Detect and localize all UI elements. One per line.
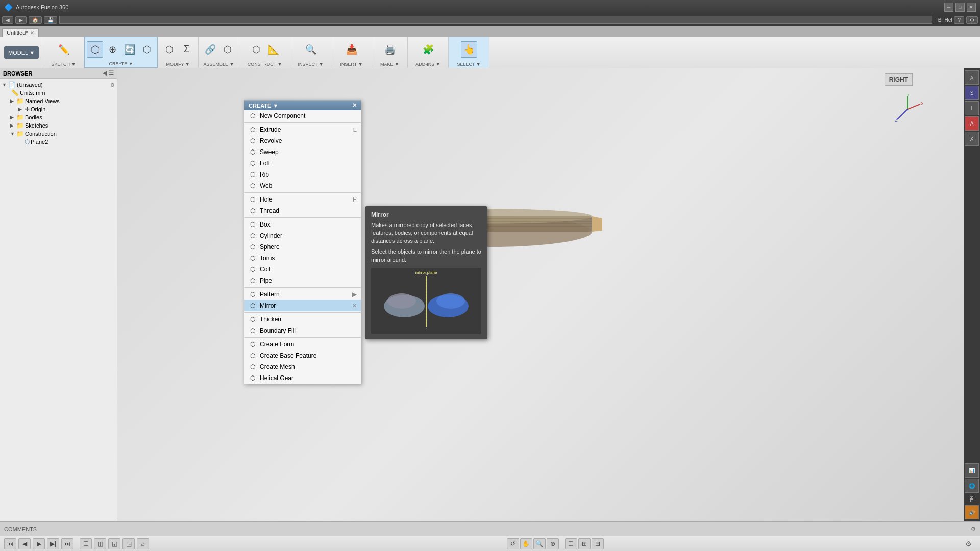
tree-arrow-construction[interactable]: ▼ <box>10 131 15 136</box>
assemble-btn2[interactable]: ⬡ <box>219 41 236 58</box>
mirror-close-icon[interactable]: ✕ <box>352 303 357 309</box>
menu-item-pattern[interactable]: ⬡ Pattern ▶ <box>244 289 361 300</box>
tree-item-plane2[interactable]: ⬡ Plane2 <box>0 138 117 146</box>
toolbar-group-inspect[interactable]: 🔍 INSPECT ▼ <box>290 37 331 68</box>
create-button[interactable]: ⬡ <box>87 41 103 58</box>
menu-item-thread[interactable]: ⬡ Thread <box>244 205 361 216</box>
tree-item-sketches[interactable]: ▶ 📁 Sketches <box>0 121 117 130</box>
tree-item-units[interactable]: 📏 Units: mm <box>0 89 117 97</box>
nav-search-input[interactable] <box>59 16 932 24</box>
gear-settings-btn[interactable]: ⚙ <box>961 540 976 548</box>
toolbar-group-construct[interactable]: ⬡ 📐 CONSTRUCT ▼ <box>239 37 290 68</box>
minimize-button[interactable]: ─ <box>944 3 953 12</box>
construct-btn2[interactable]: 📐 <box>265 41 282 58</box>
menu-item-mirror[interactable]: ⬡ Mirror ✕ <box>244 300 361 311</box>
nav-settings[interactable]: ⚙ <box>966 16 978 24</box>
menu-item-pipe[interactable]: ⬡ Pipe <box>244 275 361 286</box>
model-mode-button[interactable]: MODEL ▼ <box>4 46 39 59</box>
playback-play-btn[interactable]: ▶ <box>33 538 45 549</box>
inspect-btn[interactable]: 🔍 <box>303 41 319 58</box>
right-app-btn-7[interactable]: 🌐 <box>965 479 979 493</box>
menu-item-rib[interactable]: ⬡ Rib <box>244 169 361 180</box>
vc-display-btn1[interactable]: ☐ <box>565 538 577 549</box>
right-app-btn-6[interactable]: 📊 <box>965 463 979 478</box>
select-btn[interactable]: 👆 <box>461 41 477 58</box>
vc-display-btn2[interactable]: ⊞ <box>578 538 591 549</box>
sketch-button[interactable]: ✏️ <box>56 41 72 58</box>
menu-item-sphere[interactable]: ⬡ Sphere <box>244 241 361 253</box>
view-btn-5[interactable]: ⌂ <box>137 538 149 549</box>
tab-untitled[interactable]: Untitled* ✕ <box>2 28 39 37</box>
create-btn4[interactable]: ⬡ <box>139 41 155 58</box>
insert-btn[interactable]: 📥 <box>344 41 360 58</box>
menu-item-hole[interactable]: ⬡ Hole H <box>244 194 361 205</box>
right-app-btn-1[interactable]: A <box>965 70 979 85</box>
tree-arrow-origin[interactable]: ▶ <box>18 107 23 112</box>
toolbar-group-select[interactable]: 👆 SELECT ▼ <box>449 37 489 68</box>
vc-pan-btn[interactable]: ✋ <box>520 538 532 549</box>
nav-save[interactable]: 💾 <box>44 16 57 24</box>
menu-item-create-base[interactable]: ⬡ Create Base Feature <box>244 350 361 361</box>
menu-item-loft[interactable]: ⬡ Loft <box>244 158 361 169</box>
menu-item-helical-gear[interactable]: ⬡ Helical Gear <box>244 372 361 384</box>
toolbar-group-make[interactable]: 🖨️ MAKE ▼ <box>372 37 408 68</box>
menu-item-box[interactable]: ⬡ Box <box>244 219 361 230</box>
create-btn3[interactable]: 🔄 <box>121 41 138 58</box>
menu-item-boundary-fill[interactable]: ⬡ Boundary Fill <box>244 325 361 336</box>
browser-header-icons[interactable]: ◀ ☰ <box>103 70 114 77</box>
toolbar-group-sketch[interactable]: ✏️ SKETCH ▼ <box>43 37 84 68</box>
right-app-btn-3[interactable]: I <box>965 101 979 115</box>
menu-item-create-form[interactable]: ⬡ Create Form <box>244 339 361 350</box>
vc-fit-btn[interactable]: ⊕ <box>547 538 559 549</box>
modify-btn1[interactable]: ⬡ <box>161 41 178 58</box>
menu-item-cylinder[interactable]: ⬡ Cylinder <box>244 230 361 241</box>
tree-arrow-bodies[interactable]: ▶ <box>10 115 15 120</box>
make-btn[interactable]: 🖨️ <box>382 41 398 58</box>
right-app-btn-8[interactable]: 🔊 <box>965 505 979 519</box>
playback-prev-btn[interactable]: ◀ <box>18 538 31 549</box>
playback-next-btn[interactable]: ▶| <box>47 538 59 549</box>
tree-item-construction[interactable]: ▼ 📁 Construction <box>0 130 117 138</box>
menu-item-create-mesh[interactable]: ⬡ Create Mesh <box>244 361 361 372</box>
browser-collapse-icon[interactable]: ◀ <box>103 70 107 77</box>
tree-item-named-views[interactable]: ▶ 📁 Named Views <box>0 97 117 105</box>
menu-item-sweep[interactable]: ⬡ Sweep <box>244 146 361 158</box>
toolbar-group-insert[interactable]: 📥 INSERT ▼ <box>331 37 372 68</box>
tab-close-icon[interactable]: ✕ <box>30 30 34 36</box>
addins-btn[interactable]: 🧩 <box>420 41 436 58</box>
browser-menu-icon[interactable]: ☰ <box>109 70 114 77</box>
nav-forward[interactable]: ▶ <box>15 16 27 24</box>
right-app-btn-2[interactable]: S <box>965 86 979 100</box>
assemble-btn1[interactable]: 🔗 <box>202 41 218 58</box>
create-menu-close[interactable]: ✕ <box>352 102 357 109</box>
nav-home[interactable]: 🏠 <box>29 16 42 24</box>
toolbar-group-model[interactable]: MODEL ▼ <box>0 37 43 68</box>
menu-item-coil[interactable]: ⬡ Coil <box>244 264 361 275</box>
nav-help[interactable]: ? <box>954 16 964 24</box>
menu-item-new-component[interactable]: ⬡ New Component <box>244 110 361 121</box>
close-button[interactable]: ✕ <box>967 3 976 12</box>
tree-arrow-named-views[interactable]: ▶ <box>10 98 15 104</box>
menu-item-torus[interactable]: ⬡ Torus <box>244 253 361 264</box>
window-controls[interactable]: ─ □ ✕ <box>944 3 976 12</box>
nav-back[interactable]: ◀ <box>2 16 13 24</box>
menu-item-revolve[interactable]: ⬡ Revolve <box>244 135 361 146</box>
view-btn-2[interactable]: ◫ <box>94 538 106 549</box>
tree-settings-icon[interactable]: ⚙ <box>110 82 115 88</box>
toolbar-group-create[interactable]: ⬡ ⊕ 🔄 ⬡ CREATE ▼ <box>84 37 158 68</box>
toolbar-group-modify[interactable]: ⬡ Σ MODIFY ▼ <box>158 37 199 68</box>
construct-btn1[interactable]: ⬡ <box>248 41 264 58</box>
menu-item-extrude[interactable]: ⬡ Extrude E <box>244 124 361 135</box>
vc-zoom-btn[interactable]: 🔍 <box>533 538 546 549</box>
tree-arrow-sketches[interactable]: ▶ <box>10 123 15 128</box>
view-btn-3[interactable]: ◱ <box>108 538 120 549</box>
toolbar-group-addins[interactable]: 🧩 ADD-INS ▼ <box>408 37 449 68</box>
tree-arrow-unsaved[interactable]: ▼ <box>2 82 7 87</box>
tree-item-bodies[interactable]: ▶ 📁 Bodies <box>0 113 117 121</box>
playback-start-btn[interactable]: ⏮ <box>4 538 16 549</box>
menu-item-thicken[interactable]: ⬡ Thicken <box>244 314 361 325</box>
view-btn-4[interactable]: ◲ <box>122 538 135 549</box>
modify-btn2[interactable]: Σ <box>179 41 195 58</box>
tree-item-unsaved[interactable]: ▼ 📄 (Unsaved) ⚙ <box>0 81 117 89</box>
tree-item-origin[interactable]: ▶ ✛ Origin <box>0 105 117 113</box>
